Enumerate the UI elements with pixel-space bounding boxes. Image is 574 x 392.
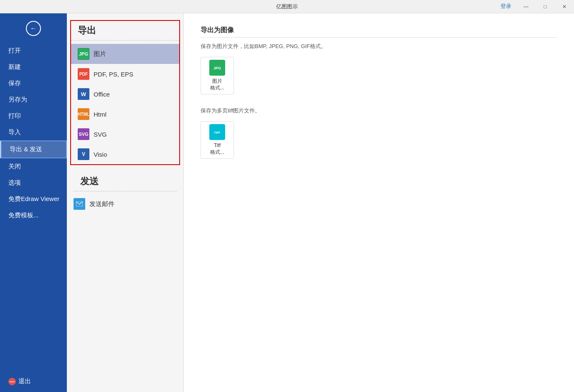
title-bar: 亿图图示 登录 — □ ✕ bbox=[0, 0, 574, 13]
content-title: 导出为图像 bbox=[201, 26, 557, 35]
sidebar-options-label: 选项 bbox=[8, 179, 21, 186]
sidebar-save-label: 保存 bbox=[8, 79, 21, 87]
tiff-description: 保存为多页tiff图片文件。 bbox=[201, 107, 557, 115]
export-panel: 导出 JPG 图片 PDF PDF, PS, EPS W Office HTML… bbox=[67, 13, 184, 392]
sidebar-item-options[interactable]: 选项 bbox=[0, 175, 67, 191]
sidebar-export-label: 导出 & 发送 bbox=[10, 145, 42, 153]
export-pdf-label: PDF, PS, EPS bbox=[94, 71, 133, 78]
export-html-label: Html bbox=[94, 111, 107, 118]
html-icon: HTML bbox=[78, 108, 89, 120]
minimize-button[interactable]: — bbox=[516, 0, 536, 13]
sidebar-item-edraw-viewer[interactable]: 免费Edraw Viewer bbox=[0, 191, 67, 207]
content-divider-1 bbox=[201, 37, 557, 38]
sidebar-saveas-label: 另存为 bbox=[8, 96, 27, 103]
tiff-card-label: Tiff格式... bbox=[210, 143, 224, 155]
sidebar-item-new[interactable]: 新建 bbox=[0, 59, 67, 75]
send-section: 发送 发送邮件 bbox=[67, 165, 183, 220]
maximize-button[interactable]: □ bbox=[536, 0, 555, 13]
jpg-format-card[interactable]: JPG 图片格式... bbox=[201, 57, 234, 94]
sidebar-item-exit[interactable]: — 退出 bbox=[0, 373, 67, 392]
svg-icon: SVG bbox=[78, 128, 89, 140]
svg-text:JPG: JPG bbox=[213, 66, 221, 70]
tiff-format-card[interactable]: TIFF Tiff格式... bbox=[201, 121, 234, 159]
export-image-label: 图片 bbox=[94, 50, 106, 58]
export-item-image[interactable]: JPG 图片 bbox=[71, 44, 179, 64]
export-divider bbox=[71, 40, 179, 41]
sidebar-item-templates[interactable]: 免费模板... bbox=[0, 207, 67, 224]
word-icon: W bbox=[78, 88, 89, 100]
export-item-svg[interactable]: SVG SVG bbox=[71, 124, 179, 144]
sidebar-item-saveas[interactable]: 另存为 bbox=[0, 92, 67, 108]
tiff-cards-row: TIFF Tiff格式... bbox=[201, 121, 557, 159]
exit-icon: — bbox=[8, 378, 16, 385]
export-office-label: Office bbox=[94, 91, 110, 98]
export-item-office[interactable]: W Office bbox=[71, 84, 179, 104]
export-item-visio[interactable]: V Visio bbox=[71, 144, 179, 164]
visio-icon: V bbox=[78, 148, 89, 160]
sidebar: ← 打开 新建 保存 另存为 打印 导入 导出 & 发送 关闭 选项 bbox=[0, 13, 67, 392]
export-panel-inner: 导出 JPG 图片 PDF PDF, PS, EPS W Office HTML… bbox=[70, 20, 180, 165]
login-button[interactable]: 登录 bbox=[500, 3, 511, 10]
back-circle-icon[interactable]: ← bbox=[26, 21, 41, 36]
sidebar-import-label: 导入 bbox=[8, 128, 21, 135]
sidebar-edraw-viewer-label: 免费Edraw Viewer bbox=[8, 195, 59, 202]
tiff-card-icon: TIFF bbox=[209, 124, 225, 140]
send-email-label: 发送邮件 bbox=[89, 200, 114, 208]
sidebar-item-export[interactable]: 导出 & 发送 bbox=[0, 140, 67, 158]
svg-text:TIFF: TIFF bbox=[214, 131, 221, 134]
sidebar-item-import[interactable]: 导入 bbox=[0, 124, 67, 140]
sidebar-exit-label: 退出 bbox=[18, 377, 31, 385]
export-section-title: 导出 bbox=[71, 21, 179, 38]
main-container: ← 打开 新建 保存 另存为 打印 导入 导出 & 发送 关闭 选项 bbox=[0, 13, 574, 392]
back-button[interactable]: ← bbox=[0, 18, 67, 43]
sidebar-close-label: 关闭 bbox=[8, 163, 21, 170]
window-controls: — □ ✕ bbox=[516, 0, 574, 13]
send-email-item[interactable]: 发送邮件 bbox=[74, 195, 177, 213]
export-item-html[interactable]: HTML Html bbox=[71, 104, 179, 124]
send-section-title: 发送 bbox=[74, 172, 177, 189]
export-item-pdf[interactable]: PDF PDF, PS, EPS bbox=[71, 64, 179, 84]
jpg-icon: JPG bbox=[78, 48, 89, 60]
jpg-card-icon: JPG bbox=[209, 60, 225, 76]
sidebar-open-label: 打开 bbox=[8, 47, 21, 54]
sidebar-item-close[interactable]: 关闭 bbox=[0, 158, 67, 175]
sidebar-print-label: 打印 bbox=[8, 112, 21, 119]
pdf-icon: PDF bbox=[78, 68, 89, 80]
sidebar-item-save[interactable]: 保存 bbox=[0, 75, 67, 92]
export-visio-label: Visio bbox=[94, 151, 107, 158]
close-button[interactable]: ✕ bbox=[555, 0, 574, 13]
email-icon bbox=[74, 198, 85, 210]
send-divider bbox=[74, 191, 177, 191]
sidebar-new-label: 新建 bbox=[8, 63, 21, 70]
back-arrow-icon: ← bbox=[30, 25, 37, 32]
content-description: 保存为图片文件，比如BMP, JPEG, PNG, GIF格式。 bbox=[201, 43, 557, 50]
format-cards-row: JPG 图片格式... bbox=[201, 57, 557, 94]
export-svg-label: SVG bbox=[94, 131, 107, 138]
app-title: 亿图图示 bbox=[276, 3, 298, 10]
sidebar-item-open[interactable]: 打开 bbox=[0, 43, 67, 59]
content-area: 导出为图像 保存为图片文件，比如BMP, JPEG, PNG, GIF格式。 J… bbox=[184, 13, 574, 392]
sidebar-templates-label: 免费模板... bbox=[8, 211, 39, 219]
sidebar-item-print[interactable]: 打印 bbox=[0, 108, 67, 124]
jpg-card-label: 图片格式... bbox=[210, 78, 224, 91]
